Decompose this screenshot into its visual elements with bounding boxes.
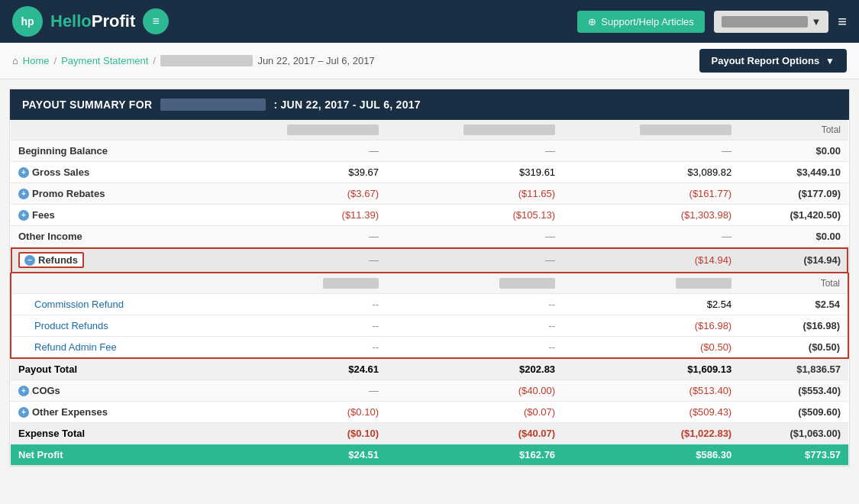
payout-total-c1: $24.61 [210, 358, 386, 380]
other-income-c2: — [386, 226, 563, 247]
gross-sales-total: $3,449.10 [739, 162, 848, 183]
promo-rebates-c3: ($161.77) [563, 183, 739, 205]
breadcrumb-statement-id [160, 55, 253, 66]
refund-admin-fee-label: Refund Admin Fee [11, 337, 210, 359]
refunds-sub-header: Total [11, 273, 848, 294]
summary-header: PAYOUT SUMMARY FOR : JUN 22, 2017 - JUL … [10, 89, 849, 120]
fees-label: + Fees [11, 205, 210, 226]
username-label: ████████ [722, 16, 809, 27]
gross-sales-c1: $39.67 [210, 162, 386, 183]
summary-entity-id [160, 99, 266, 111]
promo-rebates-c1: ($3.67) [210, 183, 386, 205]
product-refunds-label: Product Refunds [11, 315, 210, 337]
other-expenses-c3: ($509.43) [563, 402, 739, 423]
promo-rebates-c2: ($11.65) [386, 183, 563, 205]
hamburger-menu-button[interactable]: ≡ [143, 8, 169, 34]
table-row-product-refunds: Product Refunds -- -- ($16.98) ($16.98) [11, 315, 848, 337]
cogs-total: ($553.40) [739, 380, 848, 402]
other-income-label: Other Income [11, 226, 210, 247]
commission-refund-c3: $2.54 [563, 294, 739, 315]
expand-icon[interactable]: + [18, 189, 29, 199]
table-row: + Promo Rebates ($3.67) ($11.65) ($161.7… [11, 183, 848, 205]
product-refunds-c1: -- [210, 315, 386, 337]
expense-total-c3: ($1,022.83) [563, 423, 739, 444]
beginning-balance-total: $0.00 [739, 141, 848, 162]
cogs-label: + COGs [11, 380, 210, 402]
logo-text: HelloProfit [50, 11, 135, 31]
cogs-c1: — [210, 380, 386, 402]
other-expenses-c1: ($0.10) [210, 402, 386, 423]
collapse-icon[interactable]: – [24, 255, 35, 266]
expand-icon[interactable]: + [18, 407, 29, 418]
refund-admin-fee-c3: ($0.50) [563, 337, 739, 359]
col-label-header [11, 120, 210, 141]
support-button[interactable]: ⊕ Support/Help Articles [577, 11, 704, 33]
net-profit-total: $773.57 [739, 444, 848, 466]
table-row-refund-admin-fee: Refund Admin Fee -- -- ($0.50) ($0.50) [11, 337, 848, 359]
other-income-c1: — [210, 226, 386, 247]
refund-admin-fee-c1: -- [210, 337, 386, 359]
commission-refund-total: $2.54 [739, 294, 848, 315]
refunds-c3: ($14.94) [563, 247, 739, 273]
product-refunds-c3: ($16.98) [563, 315, 739, 337]
col-2-header [386, 120, 563, 141]
expense-total-total: ($1,063.00) [739, 423, 848, 444]
refund-admin-fee-total: ($0.50) [739, 337, 848, 359]
net-profit-c2: $162.76 [386, 444, 563, 466]
promo-rebates-total: ($177.09) [739, 183, 848, 205]
fees-c3: ($1,303.98) [563, 205, 739, 226]
gross-sales-c2: $319.61 [386, 162, 563, 183]
refunds-label-cell: – Refunds [11, 247, 210, 273]
table-row-expense-total: Expense Total ($0.10) ($40.07) ($1,022.8… [11, 423, 848, 444]
table-row-payout-total: Payout Total $24.61 $202.83 $1,609.13 $1… [11, 358, 848, 380]
main-menu-button[interactable]: ≡ [838, 13, 847, 31]
col-total-header: Total [739, 120, 848, 141]
payout-total-c3: $1,609.13 [563, 358, 739, 380]
user-menu-button[interactable]: ████████ ▼ [714, 11, 829, 33]
table-row-cogs: + COGs — ($40.00) ($513.40) ($553.40) [11, 380, 848, 402]
commission-refund-c2: -- [386, 294, 563, 315]
commission-refund-c1: -- [210, 294, 386, 315]
other-income-total: $0.00 [739, 226, 848, 247]
cogs-c2: ($40.00) [386, 380, 563, 402]
fees-total: ($1,420.50) [739, 205, 848, 226]
product-refunds-c2: -- [386, 315, 563, 337]
logo-icon: hp [12, 6, 43, 37]
table-row: Other Income — — — $0.00 [11, 226, 848, 247]
gross-sales-label: + Gross Sales [11, 162, 210, 183]
main-content: PAYOUT SUMMARY FOR : JUN 22, 2017 - JUL … [9, 89, 850, 467]
help-icon: ⊕ [588, 16, 596, 27]
table-row: + Fees ($11.39) ($105.13) ($1,303.98) ($… [11, 205, 848, 226]
expand-icon[interactable]: + [18, 167, 29, 178]
expense-total-c2: ($40.07) [386, 423, 563, 444]
cogs-c3: ($513.40) [563, 380, 739, 402]
gross-sales-c3: $3,089.82 [563, 162, 739, 183]
payout-total-total: $1,836.57 [739, 358, 848, 380]
promo-rebates-label: + Promo Rebates [11, 183, 210, 205]
payout-total-label: Payout Total [11, 358, 210, 380]
beginning-balance-c3: — [563, 141, 739, 162]
col-3-header [563, 120, 739, 141]
table-row-net-profit: Net Profit $24.51 $162.76 $586.30 $773.5… [11, 444, 848, 466]
fees-c2: ($105.13) [386, 205, 563, 226]
breadcrumb-payment-statement[interactable]: Payment Statement [61, 55, 148, 66]
net-profit-c3: $586.30 [563, 444, 739, 466]
logo-area: hp HelloProfit ≡ [12, 6, 169, 37]
refund-admin-fee-c2: -- [386, 337, 563, 359]
table-row-other-expenses: + Other Expenses ($0.10) ($0.07) ($509.4… [11, 402, 848, 423]
chevron-down-icon: ▼ [811, 16, 821, 27]
beginning-balance-c2: — [386, 141, 563, 162]
payout-report-options-button[interactable]: Payout Report Options ▼ [699, 49, 847, 73]
expand-icon[interactable]: + [18, 210, 29, 221]
other-income-c3: — [563, 226, 739, 247]
other-expenses-total: ($509.60) [739, 402, 848, 423]
nav-right: ⊕ Support/Help Articles ████████ ▼ ≡ [577, 11, 847, 33]
home-icon: ⌂ [12, 55, 18, 66]
net-profit-c1: $24.51 [210, 444, 386, 466]
col-1-header [210, 120, 386, 141]
chevron-down-icon: ▼ [825, 56, 835, 66]
breadcrumb-bar: ⌂ Home / Payment Statement / Jun 22, 201… [0, 43, 859, 79]
net-profit-label: Net Profit [11, 444, 210, 466]
expand-icon[interactable]: + [18, 386, 29, 396]
breadcrumb-home[interactable]: Home [23, 55, 50, 66]
